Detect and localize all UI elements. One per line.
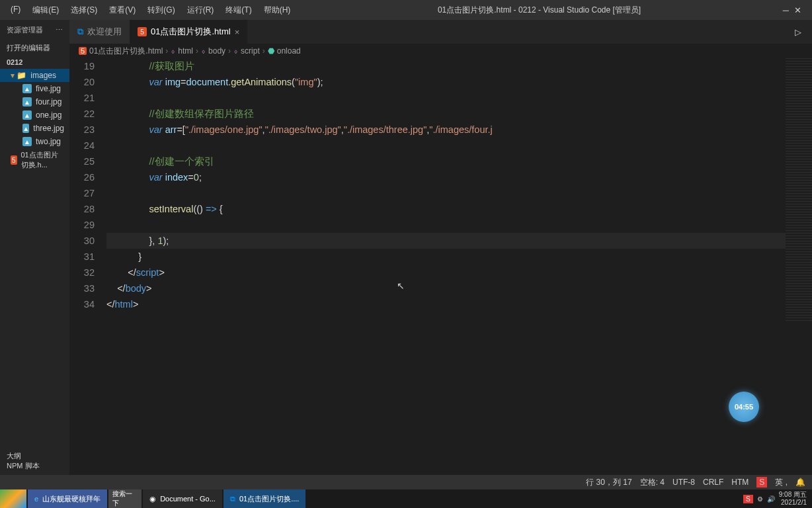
minimap[interactable] <box>786 58 812 323</box>
search-label: 搜索一下 <box>112 489 138 508</box>
open-editors-label[interactable]: 打开的编辑器 <box>0 40 69 56</box>
code-line[interactable]: var index=0; <box>106 169 812 185</box>
folder-images[interactable]: ▾ 📁 images <box>0 69 69 82</box>
window-title: 01点击图片切换.html - 0212 - Visual Studio Cod… <box>438 5 641 16</box>
code-line[interactable]: //创建数组保存图片路径 <box>106 106 812 122</box>
code-line[interactable]: //创建一个索引 <box>106 153 812 169</box>
breadcrumb-item[interactable]: html <box>178 46 193 56</box>
start-button[interactable] <box>0 489 26 508</box>
tag-icon: ⬨ <box>171 46 175 56</box>
minimize-icon[interactable]: ─ <box>783 5 789 15</box>
ime-lang[interactable]: 英 , <box>775 477 788 488</box>
breadcrumb-file[interactable]: 01点击图片切换.html <box>89 46 163 57</box>
code-line[interactable]: } <box>106 249 812 265</box>
code-line[interactable]: //获取图片 <box>106 58 812 74</box>
menu-item[interactable]: 帮助(H) <box>259 2 296 19</box>
encoding[interactable]: UTF-8 <box>672 478 695 487</box>
file-item[interactable]: ▲one.jpg <box>0 108 69 122</box>
chevron-right-icon: › <box>263 46 265 56</box>
sidebar-title: 资源管理器 <box>7 25 43 35</box>
menu-item[interactable]: 查看(V) <box>104 2 141 19</box>
file-label: five.jpg <box>36 84 61 93</box>
outline-section[interactable]: 大纲 <box>7 451 40 461</box>
taskbar-chrome[interactable]: ◉ Document - Go... <box>143 489 222 508</box>
taskbar-search[interactable]: 搜索一下 <box>108 489 142 508</box>
tab-file[interactable]: 5 01点击图片切换.html × <box>130 20 247 44</box>
tab-bar: ⧉ 欢迎使用 5 01点击图片切换.html × ▷ <box>69 20 812 44</box>
taskbar: e 山东舰最硬核拜年 搜索一下 ◉ Document - Go... ⧉ 01点… <box>0 489 812 508</box>
tray-icon[interactable]: 🔊 <box>767 495 775 503</box>
tab-welcome[interactable]: ⧉ 欢迎使用 <box>69 20 130 44</box>
task-label: 01点击图片切换.... <box>239 494 299 504</box>
tag-icon: ⬨ <box>201 46 206 56</box>
code-line[interactable] <box>106 138 812 153</box>
menubar: (F)编辑(E)选择(S)查看(V)转到(G)运行(R)终端(T)帮助(H) 0… <box>0 0 812 20</box>
menu-item[interactable]: (F) <box>5 2 26 19</box>
breadcrumb-item[interactable]: script <box>241 46 260 56</box>
code-area[interactable]: //获取图片 var img=document.getAnimations("i… <box>106 58 812 475</box>
menu-items: (F)编辑(E)选择(S)查看(V)转到(G)运行(R)终端(T)帮助(H) <box>5 2 296 19</box>
html-file[interactable]: 5 01点击图片切换.h... <box>0 148 69 172</box>
folder-root[interactable]: 0212 <box>0 56 69 69</box>
code-line[interactable]: setInterval(() => { <box>106 201 812 217</box>
file-label: three.jpg <box>33 124 64 133</box>
code-line[interactable] <box>106 217 812 233</box>
file-label: 01点击图片切换.h... <box>21 150 65 170</box>
file-item[interactable]: ▲two.jpg <box>0 135 69 148</box>
editor-content[interactable]: 19202122232425262728293031323334 //获取图片 … <box>69 58 812 475</box>
system-tray[interactable]: S ⚙ 🔊 9:08 周五 2021/2/1 <box>743 491 812 507</box>
task-label: 山东舰最硬核拜年 <box>42 494 101 504</box>
file-item[interactable]: ▲five.jpg <box>0 82 69 95</box>
code-line[interactable] <box>106 185 812 201</box>
code-line[interactable]: }, 1); <box>106 233 812 249</box>
npm-section[interactable]: NPM 脚本 <box>7 461 40 471</box>
file-item[interactable]: ▲three.jpg <box>0 122 69 135</box>
eol[interactable]: CRLF <box>703 478 723 487</box>
file-label: two.jpg <box>36 137 61 146</box>
breadcrumb-item[interactable]: body <box>208 46 225 56</box>
close-icon[interactable]: ✕ <box>794 5 801 15</box>
sidebar: 资源管理器 ⋯ 打开的编辑器 0212 ▾ 📁 images ▲five.jpg… <box>0 20 69 475</box>
file-item[interactable]: ▲four.jpg <box>0 95 69 108</box>
code-line[interactable]: </html> <box>106 296 812 312</box>
code-line[interactable]: var img=document.getAnimations("img"); <box>106 74 812 90</box>
tray-icon[interactable]: S <box>743 495 753 503</box>
chevron-right-icon: › <box>196 46 198 56</box>
close-icon[interactable]: × <box>235 27 240 37</box>
html-file-icon: 5 <box>79 47 87 55</box>
vscode-icon: ⧉ <box>230 495 235 503</box>
code-line[interactable]: </script> <box>106 265 812 280</box>
chevron-right-icon: › <box>228 46 231 56</box>
breadcrumb[interactable]: 5 01点击图片切换.html › ⬨ html › ⬨ body › ⬨ sc… <box>69 44 812 58</box>
clock[interactable]: 9:08 周五 2021/2/1 <box>779 491 807 507</box>
menu-item[interactable]: 选择(S) <box>65 2 102 19</box>
taskbar-ie[interactable]: e 山东舰最硬核拜年 <box>28 489 107 508</box>
run-button[interactable]: ▷ <box>784 20 812 44</box>
menu-item[interactable]: 终端(T) <box>220 2 257 19</box>
folder-open-icon: ▾ 📁 <box>11 71 26 80</box>
ime-icon[interactable]: S <box>756 477 767 487</box>
tab-label: 01点击图片切换.html <box>151 26 231 38</box>
bell-icon[interactable]: 🔔 <box>795 478 805 487</box>
cursor-position[interactable]: 行 30，列 17 <box>586 477 631 488</box>
more-icon[interactable]: ⋯ <box>56 26 63 34</box>
menu-item[interactable]: 运行(R) <box>182 2 220 19</box>
image-file-icon: ▲ <box>22 110 32 120</box>
image-file-icon: ▲ <box>22 84 32 93</box>
code-line[interactable] <box>106 90 812 106</box>
tray-icon[interactable]: ⚙ <box>757 495 763 503</box>
tab-label: 欢迎使用 <box>87 26 122 38</box>
language[interactable]: HTM <box>731 478 749 487</box>
menu-item[interactable]: 编辑(E) <box>27 2 64 19</box>
chevron-right-icon: › <box>165 46 168 56</box>
code-line[interactable]: var arr=["./images/one.jpg","./images/tw… <box>106 122 812 138</box>
taskbar-vscode[interactable]: ⧉ 01点击图片切换.... <box>223 489 305 508</box>
menu-item[interactable]: 转到(G) <box>142 2 180 19</box>
ie-icon: e <box>34 495 38 503</box>
indent-info[interactable]: 空格: 4 <box>640 477 665 488</box>
image-file-icon: ▲ <box>22 124 29 133</box>
cube-icon: ⬣ <box>268 46 274 56</box>
breadcrumb-item[interactable]: onload <box>277 46 301 56</box>
code-line[interactable]: </body> <box>106 280 812 296</box>
window-controls: ─ ✕ <box>783 5 807 15</box>
